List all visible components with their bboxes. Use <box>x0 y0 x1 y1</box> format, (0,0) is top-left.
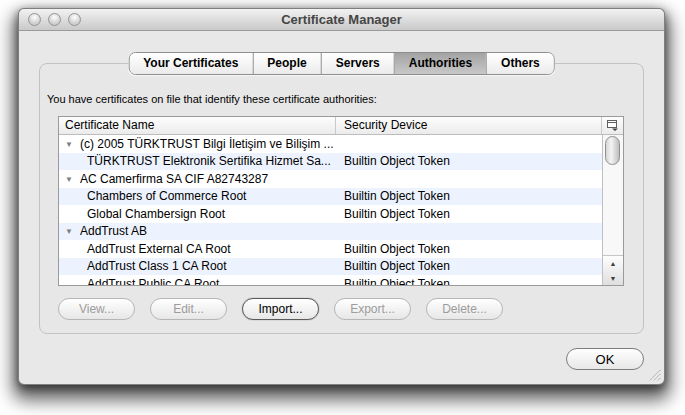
certificate-name: AddTrust External CA Root <box>87 242 231 256</box>
import-button[interactable]: Import... <box>242 298 319 320</box>
edit-button[interactable]: Edit... <box>150 298 227 320</box>
scrollbar-thumb[interactable] <box>605 136 620 165</box>
certificate-name: AddTrust Public CA Root <box>87 277 219 286</box>
table-row[interactable]: ▼(c) 2005 TÜRKTRUST Bilgi İletişim ve Bi… <box>59 135 623 153</box>
tab-your-certificates[interactable]: Your Certificates <box>129 53 252 74</box>
table-header: Certificate Name Security Device <box>59 117 623 135</box>
intro-text: You have certificates on file that ident… <box>47 93 377 105</box>
disclosure-triangle-icon[interactable]: ▼ <box>65 139 73 148</box>
column-picker-icon <box>607 120 619 131</box>
table-row[interactable]: Chambers of Commerce RootBuiltin Object … <box>59 188 623 206</box>
certificate-name: TÜRKTRUST Elektronik Sertifika Hizmet Sa… <box>87 154 331 168</box>
title-bar[interactable]: Certificate Manager <box>19 9 664 31</box>
disclosure-triangle-icon[interactable]: ▼ <box>65 174 73 183</box>
vertical-scrollbar[interactable]: ▲ ▼ <box>602 135 623 285</box>
resize-grip[interactable] <box>648 368 661 381</box>
security-device: Builtin Object Token <box>344 242 450 256</box>
scrollbar-buttons: ▲ ▼ <box>603 255 623 285</box>
column-header-security-device[interactable]: Security Device <box>336 117 601 134</box>
action-buttons: View...Edit...Import...Export...Delete..… <box>58 298 503 320</box>
scroll-up-icon[interactable]: ▲ <box>603 256 623 271</box>
export-button[interactable]: Export... <box>334 298 411 320</box>
scroll-down-icon[interactable]: ▼ <box>603 271 623 286</box>
tab-servers[interactable]: Servers <box>321 53 394 74</box>
table-row[interactable]: AddTrust Class 1 CA RootBuiltin Object T… <box>59 258 623 276</box>
security-device: Builtin Object Token <box>344 207 450 221</box>
certificate-manager-window: Certificate Manager Your CertificatesPeo… <box>18 8 665 385</box>
certificate-name: AC Camerfirma SA CIF A82743287 <box>80 172 268 186</box>
disclosure-triangle-icon[interactable]: ▼ <box>65 227 73 236</box>
minimize-button[interactable] <box>48 13 61 26</box>
tab-authorities[interactable]: Authorities <box>394 53 486 74</box>
certificate-table: Certificate Name Security Device ▼(c) 20… <box>58 116 624 286</box>
screenshot-stage: Certificate Manager Your CertificatesPeo… <box>0 0 685 415</box>
security-device: Builtin Object Token <box>344 189 450 203</box>
zoom-button[interactable] <box>68 13 81 26</box>
delete-button[interactable]: Delete... <box>426 298 503 320</box>
column-header-certificate-name[interactable]: Certificate Name <box>59 117 336 134</box>
table-row[interactable]: ▼AddTrust AB <box>59 223 623 241</box>
tab-bar: Your CertificatesPeopleServersAuthoritie… <box>128 52 555 75</box>
certificate-name: Global Chambersign Root <box>87 207 225 221</box>
table-row[interactable]: Global Chambersign RootBuiltin Object To… <box>59 205 623 223</box>
tab-others[interactable]: Others <box>486 53 554 74</box>
table-row[interactable]: ▼AC Camerfirma SA CIF A82743287 <box>59 170 623 188</box>
security-device: Builtin Object Token <box>344 277 450 286</box>
tab-people[interactable]: People <box>252 53 320 74</box>
column-picker-button[interactable] <box>601 117 623 134</box>
table-row[interactable]: AddTrust Public CA RootBuiltin Object To… <box>59 275 623 286</box>
traffic-lights <box>28 13 81 26</box>
table-row[interactable]: AddTrust External CA RootBuiltin Object … <box>59 240 623 258</box>
ok-button[interactable]: OK <box>566 348 644 370</box>
security-device: Builtin Object Token <box>344 259 450 273</box>
view-button[interactable]: View... <box>58 298 135 320</box>
security-device: Builtin Object Token <box>344 154 450 168</box>
table-body: ▼(c) 2005 TÜRKTRUST Bilgi İletişim ve Bi… <box>59 135 623 286</box>
close-button[interactable] <box>28 13 41 26</box>
certificate-name: AddTrust AB <box>80 224 147 238</box>
window-title: Certificate Manager <box>19 9 664 30</box>
table-row[interactable]: TÜRKTRUST Elektronik Sertifika Hizmet Sa… <box>59 153 623 171</box>
certificate-name: (c) 2005 TÜRKTRUST Bilgi İletişim ve Bil… <box>80 137 334 151</box>
certificate-name: Chambers of Commerce Root <box>87 189 246 203</box>
certificate-name: AddTrust Class 1 CA Root <box>87 259 227 273</box>
